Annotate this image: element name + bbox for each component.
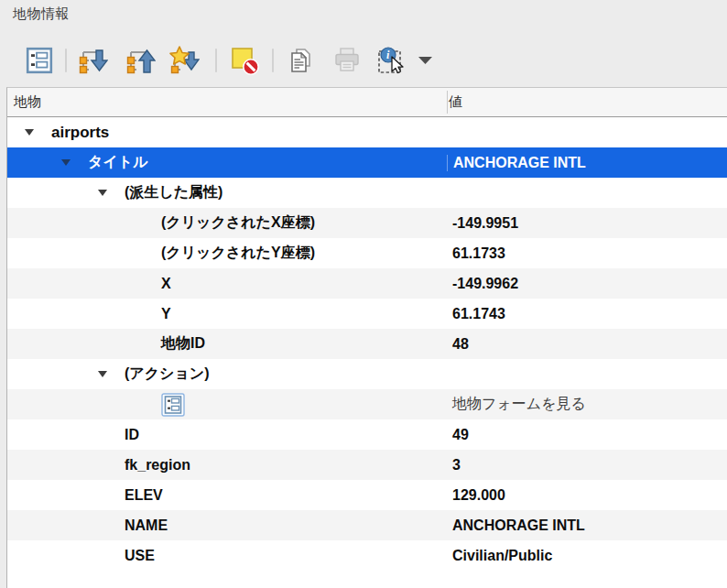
feature-cell: X — [7, 276, 447, 292]
panel-title: 地物情報 — [13, 5, 70, 23]
feature-label: (クリックされたX座標) — [161, 213, 315, 233]
tree-rows: airportsタイトルANCHORAGE INTL(派生した属性)(クリックさ… — [7, 117, 727, 571]
tree-row[interactable]: ELEV129.000 — [7, 480, 727, 510]
tree-row[interactable]: fk_region3 — [7, 450, 727, 480]
feature-value: ANCHORAGE INTL — [447, 517, 727, 534]
tree-row[interactable]: (派生した属性) — [7, 178, 727, 208]
feature-value: Civilian/Public — [447, 548, 727, 564]
feature-cell: fk_region — [7, 457, 447, 474]
feature-cell: airports — [7, 124, 447, 142]
feature-cell: (アクション) — [7, 365, 447, 384]
feature-value: -149.9962 — [447, 276, 727, 292]
chevron-down-icon — [418, 57, 432, 64]
tree-row[interactable]: (クリックされたY座標)61.1733 — [7, 238, 727, 268]
expand-new-results-button[interactable] — [168, 44, 201, 77]
expand-tree-icon — [77, 45, 108, 76]
feature-cell: NAME — [7, 517, 447, 534]
collapse-tree-icon — [125, 45, 156, 76]
tree-row[interactable]: (アクション) — [7, 359, 727, 389]
identify-mode-button[interactable]: i — [374, 44, 407, 77]
feature-label: (アクション) — [125, 365, 210, 384]
feature-cell: 地物ID — [7, 334, 447, 354]
feature-label: ID — [125, 427, 139, 443]
feature-label: USE — [125, 548, 155, 564]
clear-results-icon — [230, 46, 259, 75]
feature-value: 49 — [447, 427, 727, 443]
feature-cell — [7, 393, 447, 417]
tree-row[interactable]: タイトルANCHORAGE INTL — [7, 147, 727, 178]
tree-row[interactable]: X-149.9962 — [7, 268, 727, 299]
expand-arrow[interactable] — [51, 159, 88, 166]
feature-value: 61.1733 — [447, 245, 727, 262]
feature-cell: (派生した属性) — [7, 183, 447, 202]
feature-label: ELEV — [125, 487, 163, 504]
feature-cell: Y — [7, 306, 447, 322]
print-icon — [332, 46, 362, 75]
feature-label: NAME — [125, 517, 168, 534]
copy-feature-icon — [287, 46, 316, 75]
feature-cell: タイトル — [7, 153, 447, 172]
identify-mode-dropdown[interactable] — [415, 47, 435, 74]
form-view-button[interactable] — [23, 44, 56, 77]
collapse-tree-button[interactable] — [124, 44, 157, 77]
column-header-value[interactable]: 値 — [440, 93, 462, 111]
tree-row[interactable]: NAMEANCHORAGE INTL — [7, 510, 727, 540]
tree-row[interactable]: (クリックされたX座標)-149.9951 — [7, 208, 727, 238]
tree-row[interactable]: USECivilian/Public — [7, 540, 727, 571]
clear-results-button[interactable] — [228, 44, 261, 77]
feature-label: fk_region — [125, 457, 190, 474]
feature-cell: (クリックされたX座標) — [7, 213, 447, 233]
feature-label: (クリックされたY座標) — [161, 244, 315, 263]
feature-value: 48 — [447, 336, 727, 353]
feature-label: (派生した属性) — [125, 183, 222, 202]
feature-cell: ID — [7, 427, 447, 443]
column-header-feature[interactable]: 地物 — [7, 93, 440, 111]
feature-cell: (クリックされたY座標) — [7, 244, 447, 263]
feature-value: 129.000 — [447, 487, 727, 504]
identify-results-panel: 地物情報 — [0, 0, 727, 588]
tree-header: 地物 値 — [7, 88, 727, 117]
toolbar-separator — [272, 49, 274, 72]
feature-value: 61.1743 — [447, 306, 727, 322]
action-link[interactable]: 地物フォームを見る — [447, 395, 727, 414]
form-view-icon[interactable] — [161, 393, 185, 417]
tree-row[interactable]: Y61.1743 — [7, 299, 727, 329]
column-divider[interactable] — [447, 91, 448, 114]
expand-arrow[interactable] — [88, 371, 125, 377]
feature-label: 地物ID — [161, 334, 205, 354]
expand-arrow[interactable] — [15, 129, 51, 136]
tree-row[interactable]: 地物ID48 — [7, 329, 727, 359]
feature-cell: ELEV — [7, 487, 447, 504]
copy-feature-button[interactable] — [285, 44, 318, 77]
toolbar: i — [21, 42, 435, 79]
feature-value: 3 — [447, 457, 727, 474]
feature-label: タイトル — [88, 153, 148, 172]
expand-tree-button[interactable] — [76, 44, 109, 77]
feature-label: airports — [51, 124, 109, 142]
tree-row[interactable]: 地物フォームを見る — [7, 389, 727, 419]
print-button[interactable] — [331, 44, 364, 77]
expand-arrow[interactable] — [88, 190, 125, 196]
identify-results-tree: 地物 値 airportsタイトルANCHORAGE INTL(派生した属性)(… — [6, 87, 727, 588]
toolbar-separator — [65, 49, 67, 72]
identify-mode-icon: i — [375, 45, 407, 76]
feature-cell: USE — [7, 548, 447, 564]
expand-new-results-icon — [168, 45, 200, 76]
feature-value: -149.9951 — [447, 215, 727, 232]
form-view-icon — [26, 47, 53, 74]
tree-row[interactable]: ID49 — [7, 419, 727, 450]
tree-row[interactable]: airports — [7, 117, 727, 147]
toolbar-separator — [215, 49, 217, 72]
feature-label: X — [161, 276, 171, 292]
feature-label: Y — [161, 306, 171, 322]
feature-value: ANCHORAGE INTL — [447, 155, 727, 171]
